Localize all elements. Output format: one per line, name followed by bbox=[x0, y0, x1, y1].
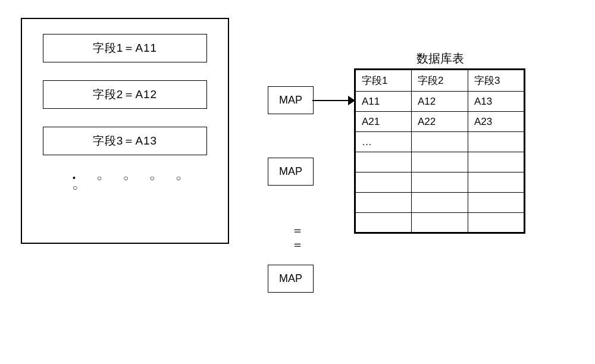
table-cell: A12 bbox=[412, 92, 468, 112]
table-header-cell: 字段2 bbox=[412, 70, 468, 92]
table-cell bbox=[355, 213, 412, 233]
table-cell bbox=[468, 193, 525, 213]
table-cell bbox=[412, 213, 468, 233]
table-row bbox=[355, 193, 525, 213]
table-cell bbox=[412, 172, 468, 193]
table-cell bbox=[412, 193, 468, 213]
table-cell bbox=[355, 152, 412, 172]
table-cell bbox=[412, 132, 468, 152]
table-cell bbox=[355, 172, 412, 193]
map-box-1: MAP bbox=[268, 86, 314, 114]
table-cell bbox=[468, 213, 525, 233]
table-cell bbox=[468, 132, 525, 152]
map-box-3: MAP bbox=[268, 265, 314, 293]
equals-line-2: ＝ bbox=[292, 237, 304, 252]
arrow-line bbox=[312, 100, 349, 101]
table-cell bbox=[468, 172, 525, 193]
table-row bbox=[355, 152, 525, 172]
table-cell: A11 bbox=[355, 92, 412, 112]
table-row bbox=[355, 172, 525, 193]
table-title: 数据库表 bbox=[416, 51, 464, 67]
table-header-cell: 字段3 bbox=[468, 70, 525, 92]
table-cell: A23 bbox=[468, 112, 525, 132]
equals-ellipsis: ＝ ＝ bbox=[292, 223, 304, 252]
ellipsis-dots: • ○ ○ ○ ○ ○ bbox=[43, 173, 207, 192]
table-cell bbox=[468, 152, 525, 172]
table-cell: A21 bbox=[355, 112, 412, 132]
table-cell: A22 bbox=[412, 112, 468, 132]
table-cell: A13 bbox=[468, 92, 525, 112]
equals-line-1: ＝ bbox=[292, 223, 304, 237]
table-cell bbox=[355, 193, 412, 213]
field-box-3: 字段3＝A13 bbox=[43, 127, 207, 155]
table-cell bbox=[412, 152, 468, 172]
field-box-2: 字段2＝A12 bbox=[43, 80, 207, 109]
table-header-row: 字段1 字段2 字段3 bbox=[355, 70, 525, 92]
database-table: 字段1 字段2 字段3 A11 A12 A13 A21 A22 A23 … bbox=[354, 68, 525, 234]
table-row: … bbox=[355, 132, 525, 152]
table-cell: … bbox=[355, 132, 412, 152]
left-field-panel: 字段1＝A11 字段2＝A12 字段3＝A13 • ○ ○ ○ ○ ○ bbox=[21, 18, 229, 244]
table-row: A21 A22 A23 bbox=[355, 112, 525, 132]
table-row bbox=[355, 213, 525, 233]
field-box-1: 字段1＝A11 bbox=[43, 34, 207, 62]
table-header-cell: 字段1 bbox=[355, 70, 412, 92]
map-box-2: MAP bbox=[268, 158, 314, 186]
table-row: A11 A12 A13 bbox=[355, 92, 525, 112]
